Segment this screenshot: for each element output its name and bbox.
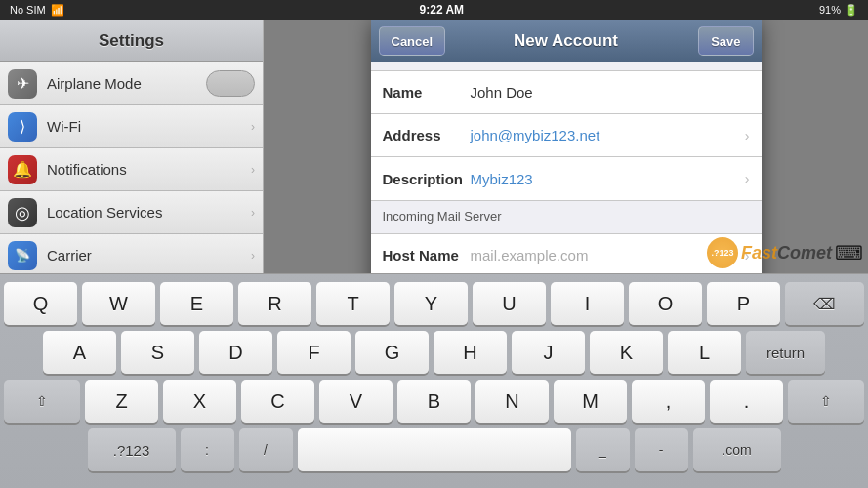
sidebar-item-airplane-mode[interactable]: ✈ Airplane Mode xyxy=(0,62,263,105)
notifications-icon: 🔔 xyxy=(8,155,37,184)
name-section: Name John Doe Address john@mybiz123.net … xyxy=(371,70,762,201)
keyboard: Q W E R T Y U I O P ⌫ A S D F G H J K L … xyxy=(0,273,868,488)
carrier-arrow-icon: › xyxy=(251,249,255,263)
watermark-text: FastComet xyxy=(741,243,832,264)
key-a[interactable]: A xyxy=(43,331,116,374)
description-arrow-icon: › xyxy=(745,171,750,186)
key-period[interactable]: . xyxy=(710,380,783,423)
key-y[interactable]: Y xyxy=(394,282,468,325)
sidebar-item-notifications[interactable]: 🔔 Notifications › xyxy=(0,148,263,191)
location-icon: ◎ xyxy=(8,198,37,227)
key-shift[interactable]: ⇧ xyxy=(4,380,80,423)
host-name-row: Host Name › xyxy=(371,234,762,273)
key-u[interactable]: U xyxy=(473,282,546,325)
new-account-modal: Cancel New Account Save Name John Doe Ad… xyxy=(371,20,762,273)
sidebar-label-airplane: Airplane Mode xyxy=(47,75,196,92)
key-j[interactable]: J xyxy=(512,331,585,374)
host-name-input[interactable] xyxy=(471,247,741,264)
status-time: 9:22 AM xyxy=(420,3,465,17)
key-colon[interactable]: : xyxy=(181,428,234,471)
key-return[interactable]: return xyxy=(746,331,825,374)
sidebar-item-location-services[interactable]: ◎ Location Services › xyxy=(0,191,263,234)
key-r[interactable]: R xyxy=(238,282,311,325)
top-section: Settings ✈ Airplane Mode ⟩ Wi-Fi › 🔔 Not… xyxy=(0,20,868,273)
key-b[interactable]: B xyxy=(397,380,471,423)
key-comma[interactable]: , xyxy=(632,380,705,423)
name-label: Name xyxy=(383,84,471,101)
key-n[interactable]: N xyxy=(475,380,549,423)
key-slash[interactable]: / xyxy=(239,428,293,471)
cancel-button[interactable]: Cancel xyxy=(379,26,446,56)
app-wrapper: No SIM 📶 9:22 AM 91% 🔋 Settings ✈ Airpla… xyxy=(0,0,868,488)
sidebar-header: Settings xyxy=(0,20,263,62)
watermark-icon: .?123 xyxy=(707,237,738,268)
status-left: No SIM 📶 xyxy=(10,4,64,17)
key-x[interactable]: X xyxy=(163,380,236,423)
address-arrow-icon: › xyxy=(745,128,750,143)
key-v[interactable]: V xyxy=(319,380,393,423)
key-p[interactable]: P xyxy=(707,282,780,325)
location-arrow-icon: › xyxy=(251,206,255,220)
key-dash[interactable]: - xyxy=(635,428,688,471)
battery-label: 91% xyxy=(819,4,841,16)
key-q[interactable]: Q xyxy=(4,282,77,325)
key-l[interactable]: L xyxy=(668,331,741,374)
sidebar-label-notifications: Notifications xyxy=(47,161,241,178)
key-f[interactable]: F xyxy=(277,331,351,374)
save-button[interactable]: Save xyxy=(698,26,753,56)
wifi-icon: 📶 xyxy=(51,4,64,17)
wifi-icon: ⟩ xyxy=(8,112,37,142)
description-value: Mybiz123 xyxy=(471,171,741,187)
key-dotcom[interactable]: .com xyxy=(693,428,781,471)
key-underscore[interactable]: _ xyxy=(576,428,630,471)
watermark: .?123 FastComet ⌨ xyxy=(707,237,863,268)
key-g[interactable]: G xyxy=(355,331,429,374)
status-right: 91% 🔋 xyxy=(819,4,858,17)
key-d[interactable]: D xyxy=(199,331,272,374)
key-s[interactable]: S xyxy=(121,331,194,374)
incoming-section-label: Incoming Mail Server xyxy=(371,201,762,225)
keyboard-row-1: Q W E R T Y U I O P ⌫ xyxy=(4,282,864,325)
carrier-label: No SIM xyxy=(10,4,46,16)
key-shift-right[interactable]: ⇧ xyxy=(788,380,864,423)
airplane-toggle[interactable] xyxy=(206,70,255,97)
keyboard-icon: ⌨ xyxy=(835,241,863,264)
key-i[interactable]: I xyxy=(551,282,624,325)
sidebar-label-location: Location Services xyxy=(47,204,241,221)
sidebar-item-carrier[interactable]: 📡 Carrier › xyxy=(0,234,263,273)
modal-title: New Account xyxy=(514,31,618,51)
description-row: Description Mybiz123 › xyxy=(371,157,762,200)
key-h[interactable]: H xyxy=(434,331,507,374)
address-label: Address xyxy=(383,127,471,143)
sidebar: Settings ✈ Airplane Mode ⟩ Wi-Fi › 🔔 Not… xyxy=(0,20,264,273)
name-row: Name John Doe xyxy=(371,71,762,114)
notifications-arrow-icon: › xyxy=(251,163,255,177)
host-name-label: Host Name xyxy=(383,247,471,264)
airplane-icon: ✈ xyxy=(8,69,37,99)
key-num[interactable]: .?123 xyxy=(88,428,176,471)
carrier-icon: 📡 xyxy=(8,241,37,270)
key-t[interactable]: T xyxy=(316,282,390,325)
wifi-arrow-icon: › xyxy=(251,120,255,134)
sidebar-title: Settings xyxy=(99,31,164,51)
key-space[interactable] xyxy=(298,428,571,471)
keyboard-row-2: A S D F G H J K L return xyxy=(4,331,864,374)
key-w[interactable]: W xyxy=(82,282,155,325)
address-value: john@mybiz123.net xyxy=(471,127,741,143)
battery-icon: 🔋 xyxy=(845,4,858,17)
keyboard-row-3: ⇧ Z X C V B N M , . ⇧ xyxy=(4,380,864,423)
content-area: Cancel New Account Save Name John Doe Ad… xyxy=(264,20,868,273)
incoming-section: Host Name › User Name › Password •••••••… xyxy=(371,233,762,273)
key-o[interactable]: O xyxy=(629,282,702,325)
sidebar-item-wifi[interactable]: ⟩ Wi-Fi › xyxy=(0,105,263,148)
modal-header: Cancel New Account Save xyxy=(371,20,762,62)
sidebar-label-carrier: Carrier xyxy=(47,247,241,264)
key-m[interactable]: M xyxy=(554,380,627,423)
key-e[interactable]: E xyxy=(160,282,233,325)
name-value: John Doe xyxy=(471,84,750,101)
key-c[interactable]: C xyxy=(241,380,314,423)
key-k[interactable]: K xyxy=(590,331,663,374)
key-backspace[interactable]: ⌫ xyxy=(785,282,864,325)
description-label: Description xyxy=(383,171,471,187)
key-z[interactable]: Z xyxy=(85,380,158,423)
